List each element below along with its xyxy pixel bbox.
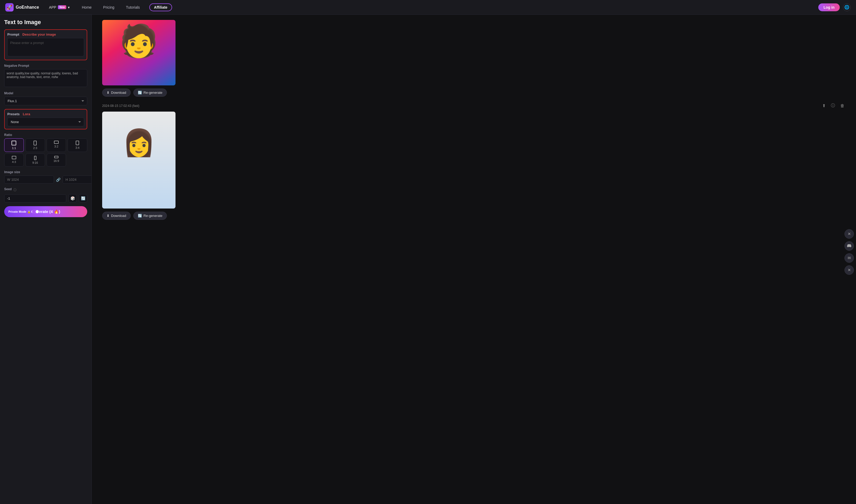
prompt-label-row: Prompt Describe your image [7, 33, 84, 36]
download-label-2: Download [111, 214, 126, 218]
download-button-1[interactable]: ⬇ Download [102, 89, 131, 97]
seed-refresh-button[interactable]: 🔄 [79, 194, 87, 202]
delete-button-2[interactable]: 🗑 [839, 103, 845, 109]
globe-icon[interactable]: 🌐 [843, 3, 851, 11]
private-mode-toggle[interactable] [32, 210, 39, 214]
ratio-3-2-icon [54, 141, 59, 144]
seed-row: 🎲 🔄 [4, 194, 87, 202]
image-size-section: Image size 🔗 [4, 170, 87, 184]
download-label-1: Download [111, 91, 126, 94]
close-icon: ✕ [848, 268, 851, 272]
image-card-2: 2024-08-15 17:02:43 (fast) ⬆ ⓘ 🗑 ⬇ Downl… [102, 102, 845, 220]
ratio-3-2-label: 3:2 [54, 145, 58, 148]
neg-prompt-input[interactable]: worst quality,low quality, normal qualit… [4, 69, 87, 87]
nav-affiliate[interactable]: Affiliate [149, 3, 172, 11]
logo[interactable]: 🚀 GoEnhance [5, 3, 39, 12]
presets-lora-label: Lora [23, 112, 30, 116]
ratio-16-9-icon [54, 156, 58, 158]
image-preview-2 [102, 112, 176, 209]
sidebar: Text to Image Prompt Describe your image… [0, 15, 92, 504]
image-height-input[interactable] [63, 176, 92, 184]
download-button-2[interactable]: ⬇ Download [102, 212, 131, 220]
regen-button-1[interactable]: 🔄 Re-generate [133, 89, 167, 97]
ratio-9-16[interactable]: 9:16 [25, 154, 45, 167]
image-meta-row-2: 2024-08-15 17:02:43 (fast) ⬆ ⓘ 🗑 [102, 102, 845, 109]
prompt-error-message: Describe your image [22, 33, 56, 36]
twitter-icon: ✕ [848, 232, 851, 236]
image-width-input[interactable] [4, 176, 54, 184]
chevron-down-icon: ▾ [68, 5, 70, 10]
negative-prompt-section: Negative Prompt worst quality,low qualit… [4, 64, 87, 88]
login-button[interactable]: Log in [818, 3, 840, 11]
presets-select[interactable]: None Anime Realistic [7, 118, 84, 126]
download-icon-1: ⬇ [107, 91, 109, 94]
image-time-2: 2024-08-15 17:02:43 (fast) [102, 104, 139, 108]
ratio-4-3-label: 4:3 [12, 160, 16, 163]
nav-tutorials[interactable]: Tutorials [124, 4, 142, 11]
side-social-panel: ✕ ✉ ✕ [842, 227, 856, 277]
ratio-16-9[interactable]: 16:9 [47, 154, 66, 167]
link-icon: 🔗 [56, 178, 60, 182]
private-mode-label: Private Mode 🔒 [8, 210, 39, 214]
ratio-3-4-label: 3:4 [75, 146, 79, 149]
ratio-9-16-label: 9:16 [32, 161, 38, 164]
info-icon: ⓘ [13, 188, 17, 192]
discord-icon [847, 244, 851, 249]
regen-icon-1: 🔄 [138, 91, 142, 94]
action-buttons-2: ⬇ Download 🔄 Re-generate [102, 212, 845, 220]
model-section: Model Flux.1 SDXL SD 1.5 [4, 91, 87, 105]
ratio-2-3-label: 2:3 [33, 146, 37, 149]
seed-dice-button[interactable]: 🎲 [68, 194, 77, 202]
header-right: Log in 🌐 [818, 3, 851, 11]
image-size-label: Image size [4, 170, 87, 174]
ratio-3-4[interactable]: 3:4 [68, 138, 87, 152]
image-preview-1 [102, 20, 176, 85]
ratio-section: Ratio 1:1 2:3 3:2 3:4 [4, 133, 87, 167]
page-title: Text to Image [4, 19, 87, 26]
prompt-input[interactable] [7, 38, 84, 56]
content-area: ⬇ Download 🔄 Re-generate 2024-08-15 17:0… [92, 15, 856, 504]
share-button-2[interactable]: ⬆ [821, 102, 827, 109]
ratio-grid-2: 4:3 9:16 16:9 [4, 154, 87, 167]
ratio-16-9-label: 16:9 [53, 159, 59, 162]
main-layout: Text to Image Prompt Describe your image… [0, 15, 856, 504]
image-meta-actions-2: ⬆ ⓘ 🗑 [821, 102, 845, 109]
email-button[interactable]: ✉ [844, 253, 854, 263]
ratio-1-1-label: 1:1 [12, 146, 16, 149]
seed-input[interactable] [4, 194, 66, 202]
prompt-section: Prompt Describe your image [4, 29, 87, 60]
prompt-label: Prompt [7, 33, 19, 36]
ratio-3-2[interactable]: 3:2 [47, 138, 66, 152]
logo-icon: 🚀 [5, 3, 14, 12]
seed-label-row: Seed ⓘ [4, 187, 87, 193]
regen-label-1: Re-generate [144, 91, 162, 94]
ratio-2-3[interactable]: 2:3 [25, 138, 45, 152]
info-button-2[interactable]: ⓘ [830, 102, 836, 109]
ratio-1-1[interactable]: 1:1 [4, 138, 24, 152]
regen-button-2[interactable]: 🔄 Re-generate [133, 212, 167, 220]
model-label: Model [4, 91, 87, 95]
generate-button[interactable]: Private Mode 🔒 Generate (4 🔥) [4, 206, 87, 217]
discord-button[interactable] [844, 241, 854, 251]
regen-label-2: Re-generate [144, 214, 162, 218]
presets-label-row: Presets Lora [7, 112, 84, 116]
email-icon: ✉ [848, 256, 851, 260]
app-dropdown-button[interactable]: APP New ▾ [46, 4, 73, 11]
ratio-grid: 1:1 2:3 3:2 3:4 [4, 138, 87, 152]
regen-icon-2: 🔄 [138, 214, 142, 218]
ratio-1-1-icon [12, 141, 16, 145]
ratio-label: Ratio [4, 133, 87, 137]
image-card-1: ⬇ Download 🔄 Re-generate [102, 20, 845, 97]
seed-section: Seed ⓘ 🎲 🔄 [4, 187, 87, 202]
new-badge: New [58, 5, 67, 9]
close-social-button[interactable]: ✕ [844, 265, 854, 275]
nav-home[interactable]: Home [79, 4, 93, 11]
presets-label: Presets [7, 112, 20, 116]
nav-pricing[interactable]: Pricing [101, 4, 117, 11]
ratio-4-3[interactable]: 4:3 [4, 154, 24, 167]
ratio-4-3-icon [12, 156, 16, 159]
neg-prompt-label: Negative Prompt [4, 64, 87, 68]
app-label: APP [49, 5, 56, 10]
twitter-button[interactable]: ✕ [844, 229, 854, 239]
model-select[interactable]: Flux.1 SDXL SD 1.5 [4, 97, 87, 105]
